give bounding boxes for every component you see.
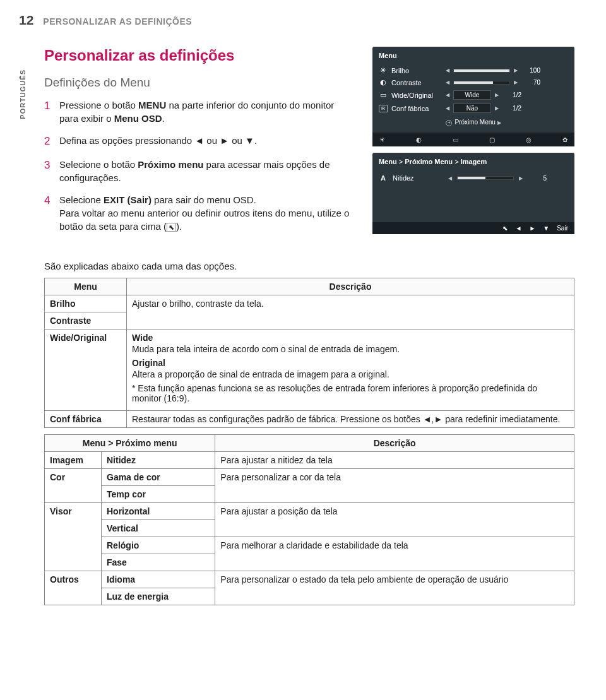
step-2: 2 Defina as opções pressionando ◄ ou ► o… (44, 134, 354, 149)
sub-relogio: Relógio (102, 537, 215, 554)
right-arrow-icon[interactable]: ► (529, 225, 535, 232)
step-number: 3 (44, 158, 53, 184)
original-note: * Esta função apenas funciona se as reso… (132, 383, 569, 403)
osd-slider[interactable] (457, 176, 514, 180)
osd-submenu-panel: Menu > Próximo Menu > Imagem A Nitidez ◀… (372, 153, 574, 234)
brightness-desc: Ajustar o brilho, contraste da tela. (127, 295, 574, 329)
brightness-icon[interactable]: ☀ (376, 135, 388, 144)
sub-tempcor: Temp cor (102, 485, 215, 502)
contrast-icon: ◐ (379, 78, 388, 86)
osd-next-menu[interactable]: +Próximo Menu ▶ (379, 119, 568, 126)
gear-icon[interactable]: ✿ (559, 135, 571, 144)
desc-posicao: Para ajustar a posição da tela (215, 502, 574, 537)
step-text: Para voltar ao menu anterior ou definir … (59, 208, 349, 232)
left-arrow-icon: ◀ (448, 175, 452, 181)
step-text: Pressione o botão (59, 100, 138, 110)
exit-button[interactable]: Sair (557, 225, 568, 232)
osd-label: Nitidez (393, 174, 443, 182)
right-arrow-icon: ▶ (497, 120, 501, 126)
osd-value: 5 (528, 175, 547, 182)
step-1: 1 Pressione o botão MENU na parte inferi… (44, 98, 354, 125)
step-number: 2 (44, 134, 53, 149)
sub-fase: Fase (102, 554, 215, 571)
row-contraste: Contraste (45, 312, 127, 329)
right-arrow-icon: ▶ (495, 105, 499, 111)
language-tab: PORTUGUÊS (19, 69, 27, 119)
osd-row-wide: ▭ Wide/Original ◀ Wide ▶ 1/2 (379, 88, 568, 102)
step-3: 3 Selecione o botão Próximo menu para ac… (44, 158, 354, 184)
osd-slider[interactable] (453, 81, 510, 85)
target-icon[interactable]: ◎ (523, 135, 534, 144)
contrast-icon[interactable]: ◐ (413, 135, 424, 144)
right-arrow-icon: ▶ (514, 68, 518, 73)
left-arrow-icon: ◀ (446, 92, 449, 98)
sub-vertical: Vertical (102, 519, 215, 537)
desc-claridade: Para melhorar a claridade e estabilidade… (215, 537, 574, 571)
right-arrow-icon: ▶ (514, 80, 518, 85)
step-text: Defina as opções pressionando ◄ ou ► ou … (59, 134, 257, 149)
plus-icon: + (446, 120, 452, 126)
osd-label: Conf fábrica (391, 105, 442, 112)
cat-visor: Visor (45, 502, 102, 571)
th-desc: Descrição (127, 278, 574, 295)
osd-value: 1/2 (502, 92, 521, 98)
sub-horizontal: Horizontal (102, 502, 215, 519)
page-title: Personalizar as definições (44, 47, 354, 64)
wide-desc: Wide Muda para tela inteira de acordo co… (127, 329, 574, 410)
th-menu: Menu > Próximo menu (45, 434, 215, 451)
cat-cor: Cor (45, 468, 102, 502)
wide-heading: Wide (132, 333, 569, 343)
left-arrow-icon: ◀ (446, 68, 449, 73)
conf-desc: Restaurar todas as configurações padrão … (127, 410, 574, 427)
lead-text: São explicadas abaixo cada uma das opçõe… (44, 261, 574, 271)
osd-pill[interactable]: Wide (453, 90, 491, 100)
crumb-a: Menu (379, 158, 397, 165)
page-number: 12 (19, 13, 33, 28)
osd-name: Menu OSD (114, 113, 162, 124)
row-brilho: Brilho (45, 295, 127, 312)
left-arrow-icon: ◀ (446, 80, 449, 85)
osd-row-reset: R Conf fábrica ◀ Não ▶ 1/2 (379, 102, 568, 115)
left-arrow-icon[interactable]: ◄ (515, 225, 521, 232)
page-header: 12 PERSONALIZAR AS DEFINIÇÕES (19, 13, 574, 28)
osd-row-contrast: ◐ Contraste ◀ ▶ 70 (379, 76, 568, 88)
osd-label: Contraste (391, 79, 442, 86)
aspect-icon: ▭ (379, 91, 388, 99)
sub-nitidez: Nitidez (102, 451, 215, 468)
osd-bottom-nav: ☀ ◐ ▭ ▢ ◎ ✿ (372, 133, 574, 146)
cat-imagem: Imagem (45, 451, 102, 468)
next-menu-label: Próximo Menu (454, 119, 495, 126)
crumb-b: Próximo Menu (405, 158, 453, 165)
step-text: . (162, 113, 165, 124)
section-title: PERSONALIZAR AS DEFINIÇÕES (43, 16, 192, 27)
crumb-c: Imagem (461, 158, 487, 165)
original-heading: Original (132, 358, 569, 368)
select-icon[interactable]: ▢ (486, 135, 497, 144)
up-arrow-icon[interactable]: ⬉ (502, 225, 508, 232)
step-text: para sair do menu OSD. (152, 194, 256, 205)
osd-row-sharpness: A Nitidez ◀ ▶ 5 (379, 172, 568, 184)
osd-value: 1/2 (502, 105, 521, 112)
sub-luz: Luz de energia (102, 588, 215, 605)
osd-row-brightness: ☀ Brilho ◀ ▶ 100 (379, 64, 568, 76)
osd-label: Wide/Original (391, 92, 442, 99)
aspect-icon[interactable]: ▭ (449, 135, 461, 144)
osd-value: 100 (521, 67, 540, 74)
desc-cor: Para personalizar a cor da tela (215, 468, 574, 502)
menu-button-label: MENU (138, 100, 166, 110)
osd-pill[interactable]: Não (453, 104, 491, 113)
row-wide-original: Wide/Original (45, 329, 127, 410)
osd-slider[interactable] (453, 69, 510, 73)
desc-outros: Para personalizar o estado da tela pelo … (215, 571, 574, 605)
th-menu: Menu (45, 278, 127, 295)
osd-label: Brilho (391, 67, 442, 74)
sub-title: Definições do Menu (44, 76, 354, 90)
step-4: 4 Selecione EXIT (Sair) para sair do men… (44, 193, 354, 233)
osd-title: Menu (379, 52, 568, 59)
down-arrow-icon[interactable]: ▼ (543, 225, 549, 232)
menu-description-table: Menu Descrição Brilho Ajustar o brilho, … (44, 278, 574, 428)
breadcrumb: Menu > Próximo Menu > Imagem (379, 158, 568, 165)
wide-text: Muda para tela inteira de acordo com o s… (132, 344, 569, 354)
up-arrow-icon: ⬉ (167, 223, 176, 232)
original-text: Altera a proporção de sinal de entrada d… (132, 369, 569, 379)
